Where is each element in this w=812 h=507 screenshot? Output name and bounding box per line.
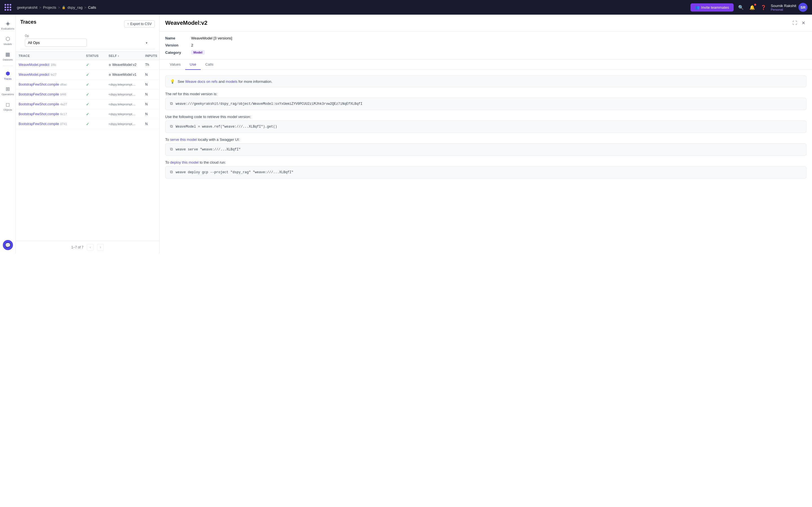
chat-button[interactable]: 💬 xyxy=(3,240,13,250)
chevron-down-icon: ▼ xyxy=(145,41,148,44)
status-ok-icon: ✓ xyxy=(86,92,89,97)
col-header-status: Status xyxy=(83,52,106,60)
tab-values[interactable]: Values xyxy=(165,59,185,70)
retrieve-section-label: Use the following code to retrieve this … xyxy=(165,115,806,119)
table-row[interactable]: BootstrapFewShot.compile 4a27 ✓ <dspy.te… xyxy=(16,100,159,109)
serve-model-link[interactable]: serve this model xyxy=(170,137,197,142)
td-trace: WeaveModel.predict 1f8c xyxy=(16,60,83,69)
export-csv-button[interactable]: ↑ Export to CSV xyxy=(124,20,155,27)
sidebar-item-objects[interactable]: ◻ Objects xyxy=(1,99,15,114)
detail-panel: WeaveModel:v2 ⛶ ✕ Name WeaveModel [3 ver… xyxy=(160,15,812,253)
ref-section-label: The ref for this model version is: xyxy=(165,92,806,96)
evaluations-icon: ◈ xyxy=(6,20,10,26)
td-status: ✓ xyxy=(83,90,106,99)
detail-title: WeaveModel:v2 xyxy=(165,20,792,26)
table-row[interactable]: WeaveModel.predict 1f8c ✓ ⊕ WeaveModel:v… xyxy=(16,60,159,70)
traces-table: Trace Status self › inputs WeaveModel.pr… xyxy=(16,52,159,241)
lightbulb-icon: 💡 xyxy=(170,79,175,83)
model-icon: ⊕ xyxy=(109,73,111,76)
td-trace: BootstrapFewShot.compile 6c17 xyxy=(16,109,83,119)
tab-calls[interactable]: Calls xyxy=(201,59,218,70)
table-row[interactable]: BootstrapFewShot.compile d8ac ✓ <dspy.te… xyxy=(16,80,159,90)
self-value: <dspy.teleprompt.... xyxy=(109,122,136,126)
help-icon[interactable]: ❓ xyxy=(760,4,767,11)
breadcrumb-projects[interactable]: Projects xyxy=(43,5,56,10)
trace-id: 0741 xyxy=(60,122,67,126)
trace-id: bf46 xyxy=(60,93,66,96)
user-menu[interactable]: Soumik Rakshit Personal SR xyxy=(771,3,808,12)
sidebar-item-traces[interactable]: ⬢ Traces xyxy=(1,68,15,82)
td-status: ✓ xyxy=(83,119,106,129)
sidebar-item-models[interactable]: ⬡ Models xyxy=(1,34,15,48)
table-row[interactable]: BootstrapFewShot.compile bf46 ✓ <dspy.te… xyxy=(16,90,159,100)
objects-icon: ◻ xyxy=(6,101,10,108)
notifications-icon[interactable]: 🔔 xyxy=(748,4,756,11)
meta-row-version: Version 2 xyxy=(165,43,806,47)
sidebar: ◈ Evaluations ⬡ Models ▦ Datasets ⬢ Trac… xyxy=(0,15,16,253)
self-value: <dspy.teleprompt.... xyxy=(109,112,136,116)
meta-version-value: 2 xyxy=(191,43,193,47)
ref-code-text: weave:///geekyrakshit/dspy_rag/object/We… xyxy=(175,101,802,107)
user-text: Soumik Rakshit Personal xyxy=(771,4,796,11)
copy-retrieve-button[interactable]: ⧉ xyxy=(170,124,173,129)
sidebar-label-traces: Traces xyxy=(4,77,11,80)
td-self: <dspy.teleprompt.... xyxy=(106,119,142,129)
copy-deploy-button[interactable]: ⧉ xyxy=(170,170,173,174)
detail-content: 💡 See Weave docs on refs and models for … xyxy=(160,70,812,253)
op-filter-select[interactable]: All Ops WeaveModel.predict BootstrapFewS… xyxy=(25,39,87,47)
invite-teammates-button[interactable]: 👥 Invite teammates xyxy=(691,3,733,11)
pagination-next-button[interactable]: › xyxy=(97,244,104,251)
lock-icon: 🔒 xyxy=(62,6,66,9)
table-row[interactable]: WeaveModel.predict fe27 ✓ ⊕ WeaveModel:v… xyxy=(16,70,159,80)
sidebar-label-datasets: Datasets xyxy=(3,58,13,61)
deploy-model-link[interactable]: deploy this model xyxy=(170,160,199,165)
td-status: ✓ xyxy=(83,70,106,79)
td-col: N xyxy=(142,109,159,119)
info-text: See Weave docs on refs and models for mo… xyxy=(177,79,272,83)
trace-name: WeaveModel.predict xyxy=(18,73,49,76)
close-button[interactable]: ✕ xyxy=(801,19,806,27)
retrieve-code-text: WeaveModel = weave.ref("weave:///...XLBq… xyxy=(175,124,802,129)
td-self: ⊕ WeaveModel:v1 xyxy=(106,70,142,79)
deploy-code-text: weave deploy gcp --project "dspy_rag" "w… xyxy=(175,170,802,175)
trace-name: BootstrapFewShot.compile xyxy=(18,112,59,116)
col-header-self: self › xyxy=(106,52,142,60)
sidebar-label-objects: Objects xyxy=(3,108,12,111)
breadcrumb-org[interactable]: geekyrakshit xyxy=(17,5,38,10)
td-self: ⊕ WeaveModel:v2 xyxy=(106,60,142,69)
pagination-prev-button[interactable]: ‹ xyxy=(87,244,94,251)
td-col: Th xyxy=(142,60,159,69)
expand-button[interactable]: ⛶ xyxy=(792,19,798,27)
ref-section: The ref for this model version is: ⧉ wea… xyxy=(165,92,806,110)
op-filter-label: Op xyxy=(25,34,150,38)
invite-icon: 👥 xyxy=(695,5,700,10)
sidebar-label-operations: Operations xyxy=(1,93,14,96)
tab-use[interactable]: Use xyxy=(185,59,201,70)
topnav-right: 👥 Invite teammates 🔍 🔔 ❓ Soumik Rakshit … xyxy=(691,3,808,12)
meta-row-category: Category Model xyxy=(165,50,806,55)
models-link[interactable]: models xyxy=(225,79,238,83)
trace-name: BootstrapFewShot.compile xyxy=(18,122,59,126)
breadcrumb: geekyrakshit > Projects > 🔒 dspy_rag > C… xyxy=(17,5,96,10)
op-filter-wrap: All Ops WeaveModel.predict BootstrapFewS… xyxy=(25,39,150,47)
search-icon[interactable]: 🔍 xyxy=(737,4,745,11)
copy-ref-button[interactable]: ⧉ xyxy=(170,101,173,106)
col-header-inputs: inputs xyxy=(142,52,159,60)
traces-title: Traces xyxy=(20,19,36,25)
retrieve-code-block: ⧉ WeaveModel = weave.ref("weave:///...XL… xyxy=(165,121,806,133)
sidebar-item-datasets[interactable]: ▦ Datasets xyxy=(1,49,15,63)
self-value: <dspy.teleprompt.... xyxy=(109,83,136,86)
sidebar-item-evaluations[interactable]: ◈ Evaluations xyxy=(1,18,15,33)
copy-serve-button[interactable]: ⧉ xyxy=(170,147,173,152)
trace-id: d8ac xyxy=(60,83,67,86)
col-header-trace: Trace xyxy=(16,52,83,60)
td-col: N xyxy=(142,100,159,109)
sidebar-item-operations[interactable]: ⊞ Operations xyxy=(1,83,15,98)
table-row[interactable]: BootstrapFewShot.compile 0741 ✓ <dspy.te… xyxy=(16,119,159,129)
self-value: WeaveModel:v1 xyxy=(112,73,137,76)
table-row[interactable]: BootstrapFewShot.compile 6c17 ✓ <dspy.te… xyxy=(16,109,159,119)
td-self: <dspy.teleprompt.... xyxy=(106,109,142,119)
breadcrumb-project[interactable]: dspy_rag xyxy=(67,5,82,10)
weave-docs-refs-link[interactable]: Weave docs on refs xyxy=(185,79,218,83)
meta-name-label: Name xyxy=(165,36,188,40)
